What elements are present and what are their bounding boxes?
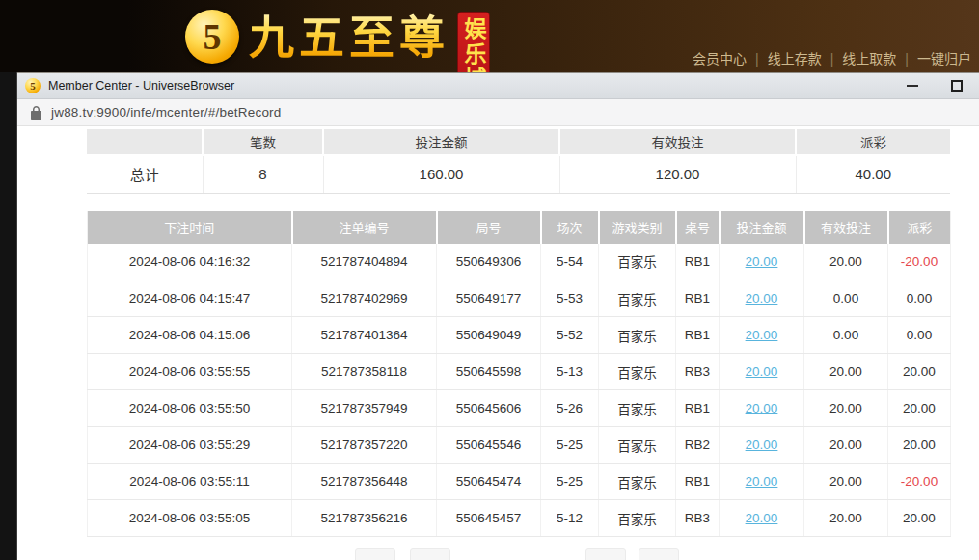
window-title: Member Center - UniverseBrowser <box>48 79 234 93</box>
site-header: 5 九五至尊 娱乐城 会员中心|线上存款|线上取款|一键归户 <box>0 0 979 72</box>
summary-header-row: 笔数 投注金额 有效投注 派彩 <box>87 129 950 155</box>
bet-amount-link[interactable]: 20.00 <box>746 254 778 269</box>
cell-payout: 0.00 <box>888 317 951 354</box>
cell-bet-id: 521787356448 <box>292 464 437 500</box>
nav-online-deposit[interactable]: 线上存款 <box>768 51 822 67</box>
maximize-icon <box>951 80 963 92</box>
bet-record-table: 下注时间 注单编号 局号 场次 游戏类别 桌号 投注金额 有效投注 派彩 202… <box>87 211 951 538</box>
pagination-button[interactable] <box>355 548 395 560</box>
cell-payout: -20.00 <box>888 244 951 280</box>
cell-payout: -20.00 <box>888 464 951 500</box>
nav-one-key-transfer[interactable]: 一键归户 <box>917 51 971 67</box>
cell-game-type: 百家乐 <box>599 427 676 464</box>
total-bet-amount: 160.00 <box>323 155 559 193</box>
address-bar[interactable]: jw88.tv:9900/infe/mcenter/#/betRecord <box>17 99 979 126</box>
bet-amount-link[interactable]: 20.00 <box>746 364 778 379</box>
cell-round-id: 550649306 <box>437 244 541 280</box>
minimize-button[interactable] <box>890 73 935 98</box>
window-titlebar[interactable]: 5 Member Center - UniverseBrowser <box>17 72 979 99</box>
cell-bet-amount: 20.00 <box>720 280 804 317</box>
cell-round-id: 550649177 <box>437 280 541 317</box>
col-session: 场次 <box>541 211 599 244</box>
pagination-button[interactable] <box>639 548 679 560</box>
cell-round-id: 550649049 <box>437 317 541 354</box>
page-content: 笔数 投注金额 有效投注 派彩 总计 8 160.00 120.00 40.00 <box>17 127 979 560</box>
cell-bet-amount: 20.00 <box>720 427 804 464</box>
col-bet-amount: 投注金额 <box>720 211 804 244</box>
bet-amount-link[interactable]: 20.00 <box>746 474 778 489</box>
bet-amount-link[interactable]: 20.00 <box>746 328 778 342</box>
cell-round-id: 550645546 <box>437 427 541 464</box>
total-count: 8 <box>203 155 323 193</box>
cell-bet-time: 2024-08-06 03:55:29 <box>88 427 292 464</box>
summary-header-payout: 派彩 <box>796 129 950 155</box>
lock-icon <box>31 106 41 120</box>
cell-table-no: RB1 <box>676 464 720 500</box>
cell-session: 5-54 <box>541 244 599 280</box>
pagination-button[interactable] <box>410 548 450 560</box>
cell-bet-time: 2024-08-06 03:55:55 <box>88 354 292 390</box>
favicon-gold-5-icon: 5 <box>25 78 41 93</box>
minimize-icon <box>907 85 918 87</box>
table-row: 2024-08-06 04:15:47 521787402969 5506491… <box>88 280 951 317</box>
cell-session: 5-13 <box>541 354 599 390</box>
cell-session: 5-26 <box>541 390 599 427</box>
cell-bet-time: 2024-08-06 03:55:50 <box>88 390 292 427</box>
cell-payout: 20.00 <box>888 390 951 427</box>
cell-session: 5-12 <box>541 500 599 537</box>
pagination-button[interactable] <box>585 548 626 560</box>
cell-bet-amount: 20.00 <box>720 317 804 354</box>
nav-online-withdraw[interactable]: 线上取款 <box>842 51 896 67</box>
cell-valid-bet: 20.00 <box>804 354 888 390</box>
table-row: 2024-08-06 04:15:06 521787401364 5506490… <box>88 317 951 354</box>
table-row: 2024-08-06 03:55:55 521787358118 5506455… <box>88 354 951 390</box>
cell-round-id: 550645606 <box>437 390 541 427</box>
maximize-button[interactable] <box>935 73 979 98</box>
cell-round-id: 550645457 <box>437 500 541 537</box>
col-round-id: 局号 <box>437 211 541 244</box>
cell-bet-time: 2024-08-06 04:16:32 <box>88 244 292 280</box>
cell-bet-id: 521787356216 <box>292 500 437 537</box>
bet-amount-link[interactable]: 20.00 <box>746 511 778 525</box>
col-table-no: 桌号 <box>676 211 720 244</box>
cell-game-type: 百家乐 <box>599 280 676 317</box>
cell-session: 5-25 <box>541 464 599 500</box>
summary-total-row: 总计 8 160.00 120.00 40.00 <box>87 155 950 193</box>
bet-amount-link[interactable]: 20.00 <box>746 401 778 415</box>
summary-header-valid-bet: 有效投注 <box>559 129 796 155</box>
bet-amount-link[interactable]: 20.00 <box>746 291 778 306</box>
nav-member-center[interactable]: 会员中心 <box>693 51 747 67</box>
nav-separator: | <box>830 51 834 67</box>
col-bet-time: 下注时间 <box>88 211 292 244</box>
summary-header-empty <box>87 129 203 155</box>
cell-valid-bet: 20.00 <box>804 464 888 500</box>
cell-bet-time: 2024-08-06 03:55:05 <box>88 500 292 537</box>
cell-game-type: 百家乐 <box>599 464 676 500</box>
cell-bet-id: 521787402969 <box>292 280 437 317</box>
cell-round-id: 550645598 <box>437 354 541 390</box>
summary-table: 笔数 投注金额 有效投注 派彩 总计 8 160.00 120.00 40.00 <box>87 129 950 194</box>
cell-valid-bet: 20.00 <box>804 500 888 537</box>
nav-separator: | <box>755 51 759 67</box>
cell-game-type: 百家乐 <box>599 317 676 354</box>
col-game-type: 游戏类别 <box>599 211 676 244</box>
cell-bet-amount: 20.00 <box>720 354 804 390</box>
col-payout: 派彩 <box>888 211 951 244</box>
total-valid-bet: 120.00 <box>559 155 796 193</box>
cell-valid-bet: 0.00 <box>804 317 888 354</box>
cell-bet-amount: 20.00 <box>720 500 804 537</box>
site-nav: 会员中心|线上存款|线上取款|一键归户 <box>693 48 971 67</box>
cell-payout: 20.00 <box>888 354 951 390</box>
col-valid-bet: 有效投注 <box>804 211 888 244</box>
bet-amount-link[interactable]: 20.00 <box>746 438 778 452</box>
cell-table-no: RB1 <box>676 317 720 354</box>
window-controls <box>890 73 979 98</box>
cell-bet-time: 2024-08-06 04:15:47 <box>88 280 292 317</box>
summary-header-bet-amount: 投注金额 <box>323 129 559 155</box>
total-payout: 40.00 <box>796 155 950 193</box>
nav-separator: | <box>905 51 909 67</box>
table-row: 2024-08-06 03:55:29 521787357220 5506455… <box>88 427 951 464</box>
cell-table-no: RB1 <box>676 244 720 280</box>
cell-round-id: 550645474 <box>437 464 541 500</box>
cell-table-no: RB1 <box>676 390 720 427</box>
